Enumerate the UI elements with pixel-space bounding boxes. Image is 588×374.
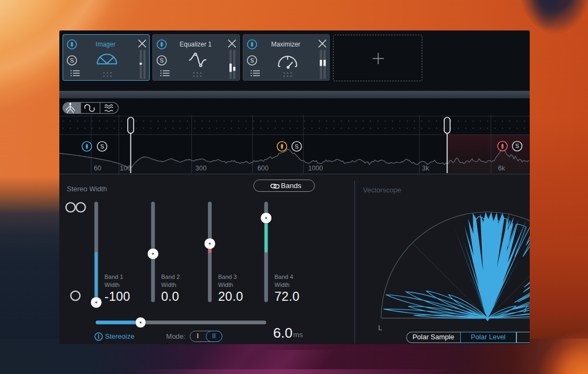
svg-text:300: 300 [195, 165, 206, 172]
svg-text:S: S [160, 57, 164, 64]
svg-text:S: S [295, 143, 298, 150]
svg-text:3k: 3k [422, 165, 429, 172]
svg-text:S: S [100, 143, 104, 150]
svg-text:100: 100 [120, 165, 131, 172]
svg-text:S: S [250, 57, 253, 64]
svg-text:1000: 1000 [308, 165, 323, 172]
svg-text:600: 600 [257, 165, 268, 172]
svg-text:S: S [69, 57, 73, 64]
svg-text:S: S [515, 143, 519, 149]
svg-text:60: 60 [94, 165, 101, 172]
svg-text:6k: 6k [498, 165, 505, 172]
